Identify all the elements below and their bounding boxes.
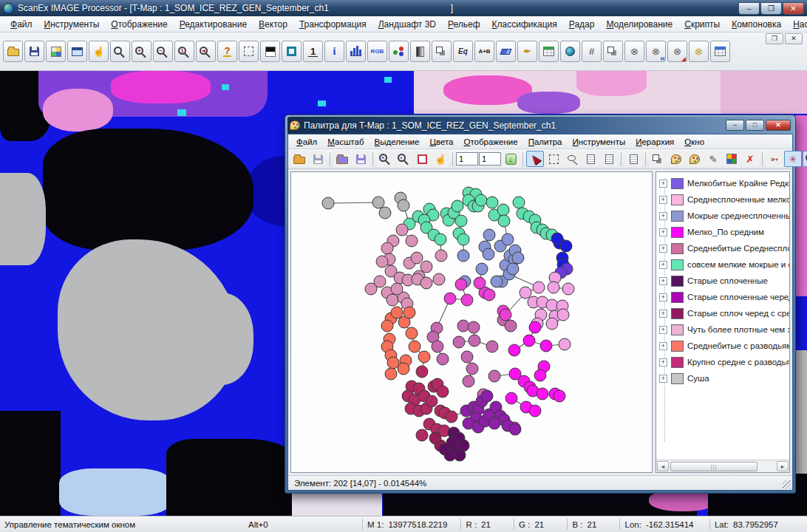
som-node[interactable] xyxy=(455,215,467,227)
palette-menu-item[interactable]: Отображение xyxy=(459,137,523,147)
select-region-button[interactable] xyxy=(239,41,259,62)
som-node[interactable] xyxy=(534,369,546,381)
som-node[interactable] xyxy=(398,200,409,211)
som-node[interactable] xyxy=(551,233,563,245)
som-node[interactable] xyxy=(452,200,463,212)
som-node[interactable] xyxy=(476,263,488,275)
menu-item[interactable]: Скрипты xyxy=(678,18,726,31)
tree-expander-icon[interactable]: + xyxy=(659,310,667,318)
gradient-button[interactable] xyxy=(410,41,430,62)
som-node[interactable] xyxy=(497,204,509,216)
delete-button[interactable]: ✗ xyxy=(741,151,759,167)
som-node[interactable] xyxy=(520,287,531,299)
legend-hscrollbar[interactable]: ◄ ||| ► xyxy=(656,460,789,472)
palette-menu-item[interactable]: Цвета xyxy=(424,137,458,147)
som-node[interactable] xyxy=(529,321,541,333)
scroll-thumb[interactable]: ||| xyxy=(670,462,757,471)
palette-minimize-button[interactable]: – xyxy=(726,120,744,131)
som-node[interactable] xyxy=(461,294,473,306)
legend-item[interactable]: +совсем мелкие мокрые и с xyxy=(659,256,789,273)
som-node[interactable] xyxy=(523,335,535,347)
som-node[interactable] xyxy=(461,351,473,363)
legend-item[interactable]: +Мелкобитые Крайне Редки xyxy=(659,175,789,191)
pan-tool-button[interactable]: ☝ xyxy=(432,151,449,167)
scroll-left-arrow[interactable]: ◄ xyxy=(657,461,669,471)
som-node[interactable] xyxy=(488,417,500,429)
palette-titlebar[interactable]: Палитра для T-Map : 1_SOM_ICE_REZ_GEN_Se… xyxy=(287,117,793,134)
zoom-1to1-button[interactable]: 1 xyxy=(174,41,194,62)
som-node[interactable] xyxy=(483,248,494,260)
save-palette-button[interactable] xyxy=(352,151,370,167)
zoom-out-button[interactable]: − xyxy=(153,41,173,62)
palette-menu-item[interactable]: Масштаб xyxy=(322,137,369,147)
som-node[interactable] xyxy=(435,250,447,262)
som-node[interactable] xyxy=(505,320,517,332)
som-node[interactable] xyxy=(437,353,449,365)
edit-color-button[interactable]: ✎ xyxy=(704,151,722,167)
eraser-button[interactable] xyxy=(496,41,516,62)
menu-item[interactable]: Ландшафт 3D xyxy=(372,18,442,31)
som-node[interactable] xyxy=(429,432,441,444)
som-node[interactable] xyxy=(411,252,423,264)
menu-item[interactable]: Трансформация xyxy=(293,18,372,31)
run-button[interactable]: ➳ xyxy=(766,151,783,167)
som-node[interactable] xyxy=(420,261,432,273)
palette-maximize-button[interactable]: □ xyxy=(746,120,764,131)
som-node[interactable] xyxy=(486,197,498,208)
frame-button[interactable] xyxy=(282,41,302,62)
tree-expander-icon[interactable]: + xyxy=(659,326,667,334)
som-node[interactable] xyxy=(507,263,519,275)
som-node[interactable] xyxy=(474,277,486,289)
apply-button[interactable]: ↓ xyxy=(502,151,520,167)
som-node[interactable] xyxy=(446,411,457,423)
class-colors-button[interactable] xyxy=(723,151,740,167)
som-node[interactable] xyxy=(426,395,437,407)
som-node[interactable] xyxy=(508,344,520,356)
pan-tool-button[interactable]: ☝ xyxy=(89,41,109,62)
restore-button[interactable]: ❐ xyxy=(760,2,782,15)
open-button[interactable] xyxy=(290,151,308,167)
menu-item[interactable]: Вектор xyxy=(253,18,293,31)
som-node[interactable] xyxy=(537,388,548,400)
scale-1-button[interactable]: 1 xyxy=(303,41,323,62)
color-circles-button[interactable] xyxy=(389,41,409,62)
tree-expander-icon[interactable]: + xyxy=(659,180,667,188)
bw-tiles-button[interactable] xyxy=(260,41,280,62)
tree-expander-icon[interactable]: + xyxy=(659,358,667,366)
palette-menu-item[interactable]: Инструменты xyxy=(567,137,630,147)
som-node[interactable] xyxy=(557,309,569,321)
item-props-button[interactable] xyxy=(624,151,642,167)
som-node[interactable] xyxy=(409,341,420,352)
identify-button[interactable]: ? xyxy=(217,41,237,62)
som-node[interactable] xyxy=(562,283,574,295)
som-node[interactable] xyxy=(483,229,495,241)
som-node[interactable] xyxy=(540,340,552,352)
legend-item[interactable]: +Старые сплоченные xyxy=(659,273,789,289)
som-node[interactable] xyxy=(505,392,517,404)
zoom-select-button[interactable] xyxy=(110,41,130,62)
open-file-button[interactable] xyxy=(3,41,23,62)
som-node[interactable] xyxy=(385,368,397,380)
som-node[interactable] xyxy=(376,256,388,267)
resize-grip[interactable] xyxy=(783,480,791,489)
som-node[interactable] xyxy=(513,197,525,208)
globe-button[interactable] xyxy=(560,41,580,62)
tree-expander-icon[interactable]: + xyxy=(659,212,667,220)
tree-expander-icon[interactable]: + xyxy=(659,375,667,383)
menu-item[interactable]: Файл xyxy=(4,18,38,31)
zoom-in-button[interactable]: + xyxy=(376,151,394,167)
zoom-cursor-button[interactable]: ▪ xyxy=(395,151,412,167)
som-node[interactable] xyxy=(433,273,445,285)
menu-item[interactable]: Рельеф xyxy=(442,18,486,31)
save-button[interactable] xyxy=(309,151,327,167)
som-node[interactable] xyxy=(444,293,456,304)
som-node[interactable] xyxy=(381,242,393,254)
tree-expander-icon[interactable]: + xyxy=(659,245,667,253)
som-node[interactable] xyxy=(469,335,480,347)
som-node[interactable] xyxy=(457,320,469,332)
save-button[interactable] xyxy=(24,41,44,62)
palette-menu-item[interactable]: Файл xyxy=(291,137,322,147)
tree-expander-icon[interactable]: + xyxy=(659,342,667,350)
menu-item[interactable]: Компоновка xyxy=(726,18,787,31)
mask-h-button[interactable]: ⊗H xyxy=(646,41,666,62)
